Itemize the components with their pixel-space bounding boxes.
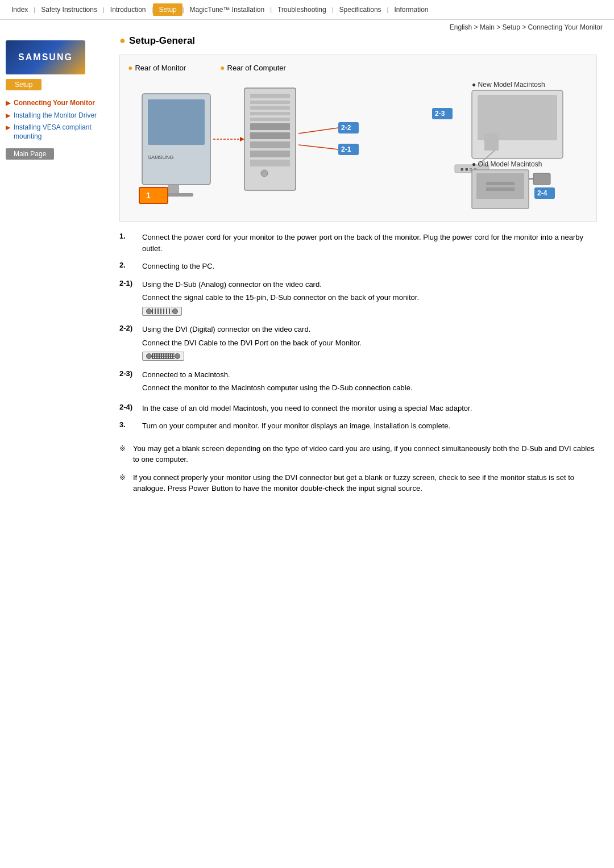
svg-rect-19 (250, 160, 290, 166)
svg-line-30 (298, 145, 338, 149)
arrow-icon: ▶ (6, 99, 11, 107)
svg-rect-18 (250, 151, 290, 157)
diagram-area: ● Rear of Monitor ● Rear of Computer SAM… (119, 55, 597, 222)
sidebar-link-text-driver: Installing the Monitor Driver (14, 111, 97, 120)
svg-rect-43 (533, 173, 550, 185)
step-2-2-num: 2-2) (119, 324, 136, 362)
svg-line-29 (298, 128, 338, 133)
section-title-text: Setup-General (129, 35, 195, 47)
rear-computer-label: ● Rear of Computer (220, 63, 286, 72)
nav-safety[interactable]: Safety Instructions (35, 3, 103, 16)
step-2-content: Connecting to the PC. (142, 261, 597, 272)
step-2-3-content: Connected to a Macintosh. Connect the mo… (142, 369, 597, 396)
note-2: ※ If you connect properly your monitor u… (119, 472, 597, 494)
logo-text: SAMSUNG (18, 52, 73, 62)
svg-text:SAMSUNG: SAMSUNG (148, 155, 174, 160)
diagram-labels: ● Rear of Monitor ● Rear of Computer (128, 63, 588, 72)
nav-introduction[interactable]: Introduction (105, 3, 152, 16)
svg-rect-40 (476, 173, 524, 199)
connector-left-circle (146, 308, 152, 314)
step-1-content: Connect the power cord for your monitor … (142, 232, 597, 254)
rear-monitor-label: ● Rear of Monitor (128, 63, 186, 72)
svg-rect-14 (250, 118, 290, 121)
step-1-num: 1. (119, 232, 136, 254)
step-3: 3. Turn on your computer and monitor. If… (119, 420, 597, 432)
svg-rect-3 (168, 185, 179, 193)
svg-rect-16 (250, 132, 290, 139)
step-2-3: 2-3) Connected to a Macintosh. Connect t… (119, 369, 597, 396)
svg-rect-17 (250, 141, 290, 148)
svg-text:● Old Model Macintosh: ● Old Model Macintosh (472, 160, 542, 168)
svg-rect-41 (486, 182, 515, 185)
nav-index[interactable]: Index (6, 3, 34, 16)
svg-marker-8 (240, 137, 244, 141)
svg-rect-42 (486, 187, 515, 191)
breadcrumb: English > Main > Setup > Connecting Your… (0, 20, 614, 35)
bullet-monitor: ● (128, 63, 132, 72)
step-2-1-content: Using the D-Sub (Analog) connector on th… (142, 279, 597, 318)
diagram-svg: SAMSUNG 1 (136, 77, 580, 213)
svg-rect-12 (250, 106, 290, 110)
main-content: ● Setup-General ● Rear of Monitor ● Rear… (108, 35, 608, 501)
dvi-connector-icon (142, 352, 184, 361)
sidebar-link-connecting[interactable]: ▶ Connecting Your Monitor (6, 97, 108, 110)
nav-setup[interactable]: Setup (153, 3, 182, 16)
svg-text:1: 1 (146, 191, 151, 200)
sidebar-link-vesa[interactable]: ▶ Installing VESA compliant mounting (6, 122, 108, 143)
step-2-num: 2. (119, 261, 136, 272)
note-symbol-2: ※ (119, 472, 128, 494)
sidebar-link-text-vesa: Installing VESA compliant mounting (14, 123, 108, 141)
dsub-connector-icon (142, 307, 182, 316)
dvi-pins (152, 353, 175, 359)
svg-text:● New Model Macintosh: ● New Model Macintosh (472, 81, 545, 89)
arrow-icon-2: ▶ (6, 112, 11, 119)
svg-rect-34 (484, 133, 499, 151)
svg-rect-1 (148, 99, 205, 145)
section-title: ● Setup-General (119, 35, 597, 47)
nav-troubleshooting[interactable]: Troubleshooting (272, 3, 332, 16)
step-2-3-num: 2-3) (119, 369, 136, 396)
nav-magictune[interactable]: MagicTune™ Installation (184, 3, 271, 16)
connector-pins (152, 308, 172, 314)
svg-rect-13 (250, 112, 290, 115)
note-text-2: If you connect properly your monitor usi… (133, 472, 597, 494)
setup-badge: Setup (6, 79, 42, 90)
connector-right-circle (172, 308, 178, 314)
main-page-button[interactable]: Main Page (6, 148, 54, 160)
svg-text:2-3: 2-3 (435, 110, 445, 118)
svg-rect-11 (250, 101, 290, 104)
bullet-computer: ● (220, 63, 225, 72)
svg-rect-5 (139, 187, 168, 203)
step-2-2-content: Using the DVI (Digital) connector on the… (142, 324, 597, 362)
top-navigation: Index | Safety Instructions | Introducti… (0, 0, 614, 20)
main-layout: SAMSUNG Setup ▶ Connecting Your Monitor … (0, 35, 614, 501)
note-symbol-1: ※ (119, 443, 128, 465)
sidebar-link-driver[interactable]: ▶ Installing the Monitor Driver (6, 110, 108, 122)
nav-information[interactable]: Information (388, 3, 434, 16)
step-2: 2. Connecting to the PC. (119, 261, 597, 272)
nav-specifications[interactable]: Specifications (334, 3, 387, 16)
svg-text:2-1: 2-1 (341, 145, 351, 153)
sidebar: SAMSUNG Setup ▶ Connecting Your Monitor … (6, 35, 108, 501)
samsung-logo: SAMSUNG (6, 40, 85, 74)
sidebar-link-text-connecting: Connecting Your Monitor (14, 99, 95, 108)
svg-point-20 (261, 170, 268, 177)
note-text-1: You may get a blank screen depending on … (133, 443, 597, 465)
arrow-icon-3: ▶ (6, 124, 11, 131)
step-2-1-num: 2-1) (119, 279, 136, 318)
svg-text:2-2: 2-2 (341, 124, 351, 132)
step-1: 1. Connect the power cord for your monit… (119, 232, 597, 254)
step-2-4: 2-4) In the case of an old model Macinto… (119, 403, 597, 414)
step-3-content: Turn on your computer and monitor. If yo… (142, 420, 597, 432)
step-2-2: 2-2) Using the DVI (Digital) connector o… (119, 324, 597, 362)
svg-text:2-4: 2-4 (537, 189, 547, 197)
step-2-4-num: 2-4) (119, 403, 136, 414)
svg-rect-10 (250, 94, 290, 98)
step-2-4-content: In the case of an old model Macintosh, y… (142, 403, 597, 414)
step-2-1: 2-1) Using the D-Sub (Analog) connector … (119, 279, 597, 318)
dvi-left-circle (146, 353, 152, 359)
svg-rect-15 (250, 123, 290, 130)
dvi-right-circle (175, 353, 180, 359)
note-1: ※ You may get a blank screen depending o… (119, 443, 597, 465)
step-3-num: 3. (119, 420, 136, 432)
